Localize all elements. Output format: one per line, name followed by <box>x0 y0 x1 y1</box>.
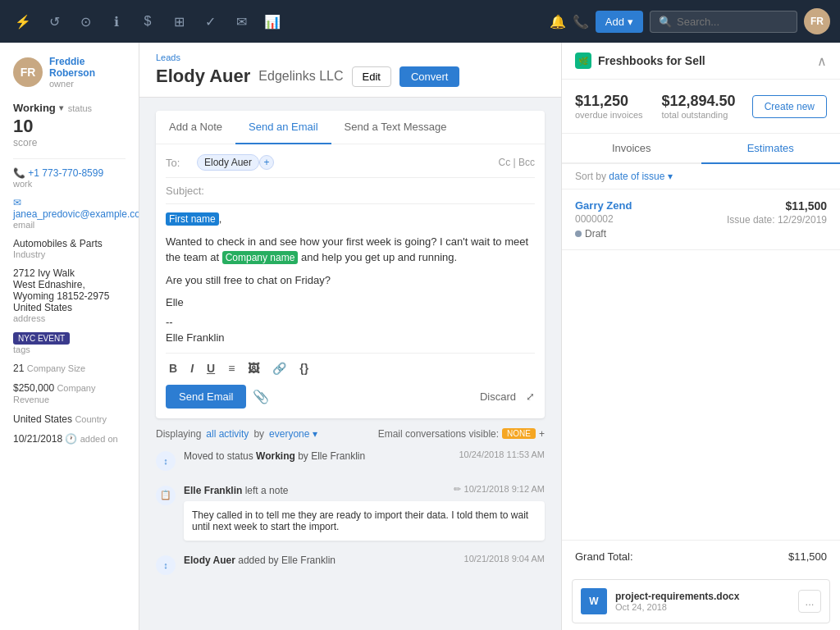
freshbooks-icon: 🌿 <box>575 52 591 69</box>
document-card: W project-requirements.docx Oct 24, 2018… <box>572 579 830 623</box>
added-body: 10/21/2018 9:04 AM Elody Auer added by E… <box>184 554 545 575</box>
breadcrumb[interactable]: Leads <box>156 52 545 62</box>
mail-icon[interactable]: ✉ <box>228 8 254 34</box>
bold-button[interactable]: B <box>166 360 180 377</box>
address-type: address <box>13 313 126 323</box>
phone-value[interactable]: 📞 +1 773-770-8599 <box>13 167 126 179</box>
main-content: FR Freddie Roberson owner Working ▾ stat… <box>0 43 840 630</box>
grid-icon[interactable]: ⊞ <box>166 8 192 34</box>
panel-title-row: 🌿 Freshbooks for Sell <box>575 52 705 69</box>
added-icon: 🕐 <box>65 433 77 445</box>
activity-time3: 10/21/2018 9:04 AM <box>464 554 545 564</box>
added-on-field: 10/21/2018 🕐 added on <box>13 433 126 445</box>
cc-bcc[interactable]: Cc | Bcc <box>499 157 535 168</box>
grand-total: Grand Total: $11,500 <box>562 540 840 573</box>
overdue-value: $11,250 <box>575 93 646 110</box>
estimate-amount: $11,500 <box>785 199 827 212</box>
right-panel: 🌿 Freshbooks for Sell ∧ $11,250 overdue … <box>561 43 840 630</box>
bell-icon[interactable]: 🔔 <box>550 14 566 30</box>
note-icon: 📋 <box>156 486 176 505</box>
recipient-name: Elody Auer <box>204 157 252 168</box>
panel-tabs: Invoices Estimates <box>562 134 840 164</box>
tab-send-email[interactable]: Send an Email <box>235 111 331 144</box>
activity-text1: Moved to status Working by Elle Franklin <box>184 450 365 462</box>
tab-estimates[interactable]: Estimates <box>701 134 841 164</box>
body-sign1: Elle <box>166 294 535 311</box>
all-activity-link[interactable]: all activity <box>206 428 249 440</box>
companyname-highlight: Company name <box>222 251 299 264</box>
body-para1: Wanted to check in and see how your firs… <box>166 234 535 266</box>
everyone-link[interactable]: everyone ▾ <box>269 428 317 440</box>
tag-field: NYC EVENT tags <box>13 331 126 354</box>
phone-type: work <box>13 179 126 189</box>
attach-button[interactable]: 📎 <box>253 389 269 404</box>
search-icon: 🔍 <box>659 16 672 28</box>
edit-button[interactable]: Edit <box>352 66 391 87</box>
status-label[interactable]: Working ▾ status <box>13 102 126 114</box>
search-input[interactable] <box>677 16 792 28</box>
doc-icon: W <box>581 588 607 614</box>
italic-button[interactable]: I <box>187 360 197 377</box>
company-size-value: 21 Company Size <box>13 363 126 374</box>
outstanding-stat: $12,894.50 total outstanding <box>662 93 736 120</box>
sort-link[interactable]: date of issue ▾ <box>609 171 672 182</box>
status-dot <box>575 231 582 237</box>
score-value: 10 <box>13 116 126 137</box>
sort-row: Sort by date of issue ▾ <box>562 164 840 189</box>
power-icon[interactable]: ⊙ <box>72 8 98 34</box>
refresh-icon[interactable]: ↺ <box>41 8 67 34</box>
address-line3: United States <box>13 302 126 313</box>
estimate-number: 0000002 <box>575 213 632 225</box>
owner-name[interactable]: Freddie Roberson <box>49 56 126 79</box>
lead-title-row: Elody Auer Edgelinks LLC Edit Convert <box>156 66 545 87</box>
subject-label: Subject: <box>166 185 204 197</box>
email-icon-small: ✉ <box>13 197 21 208</box>
email-body[interactable]: First name, Wanted to check in and see h… <box>166 211 535 346</box>
address-field: 2712 Ivy Walk West Ednashire, Wyoming 18… <box>13 267 126 323</box>
action-tabs-header: Add a Note Send an Email Send a Text Mes… <box>156 111 545 144</box>
add-button[interactable]: Add ▾ <box>596 11 643 33</box>
doc-more-button[interactable]: ... <box>798 590 821 613</box>
dollar-icon[interactable]: $ <box>135 8 161 34</box>
logo-icon[interactable]: ⚡ <box>10 8 36 34</box>
recipient-tag: Elody Auer <box>197 154 259 171</box>
email-toolbar: B I U ≡ 🖼 🔗 {} <box>166 353 535 377</box>
activity-time2: ✏ 10/21/2018 9:12 AM <box>454 484 545 495</box>
status-icon: ↕ <box>156 451 176 471</box>
estimate-name[interactable]: Garry Zend <box>575 199 632 212</box>
expand-button[interactable]: ⤢ <box>526 390 535 403</box>
create-new-button[interactable]: Create new <box>752 95 827 118</box>
chart-icon[interactable]: 📊 <box>259 8 285 34</box>
image-button[interactable]: 🖼 <box>244 360 262 377</box>
estimate-item: Garry Zend 0000002 Draft $11,500 Issue d… <box>562 189 840 250</box>
search-bar: 🔍 <box>650 11 797 33</box>
panel-summary: $11,250 overdue invoices $12,894.50 tota… <box>562 80 840 134</box>
tab-send-text[interactable]: Send a Text Message <box>331 111 460 144</box>
convert-button[interactable]: Convert <box>399 66 460 87</box>
activity-time1: 10/24/2018 11:53 AM <box>459 450 545 459</box>
phone-icon[interactable]: 📞 <box>573 14 589 30</box>
score-label: score <box>13 137 126 148</box>
email-value[interactable]: ✉ janea_predovic@example.com <box>13 197 126 220</box>
avatar[interactable]: FR <box>804 8 830 34</box>
activity-item-status1: ↕ 10/24/2018 11:53 AM Moved to status Wo… <box>156 450 545 471</box>
code-button[interactable]: {} <box>296 360 312 377</box>
add-recipient-button[interactable]: + <box>259 155 274 170</box>
list-button[interactable]: ≡ <box>225 360 238 377</box>
industry-value: Automobiles & Parts <box>13 238 126 249</box>
estimate-date: Issue date: 12/29/2019 <box>727 214 827 226</box>
send-email-button[interactable]: Send Email <box>166 385 246 409</box>
panel-close-button[interactable]: ∧ <box>817 53 827 69</box>
underline-button[interactable]: U <box>203 360 218 377</box>
tab-add-note[interactable]: Add a Note <box>156 111 235 144</box>
note-header: Elle Franklin left a note <box>184 485 288 496</box>
tag-value[interactable]: NYC EVENT <box>13 332 70 345</box>
discard-button[interactable]: Discard <box>480 390 516 403</box>
by-label: by <box>253 428 264 440</box>
link-button[interactable]: 🔗 <box>269 360 290 377</box>
tab-invoices[interactable]: Invoices <box>562 134 701 164</box>
info-icon[interactable]: ℹ <box>103 8 130 34</box>
address-line2: West Ednashire, Wyoming 18152-2975 <box>13 279 126 302</box>
check-icon[interactable]: ✓ <box>197 8 223 34</box>
none-badge: NONE <box>502 428 536 439</box>
